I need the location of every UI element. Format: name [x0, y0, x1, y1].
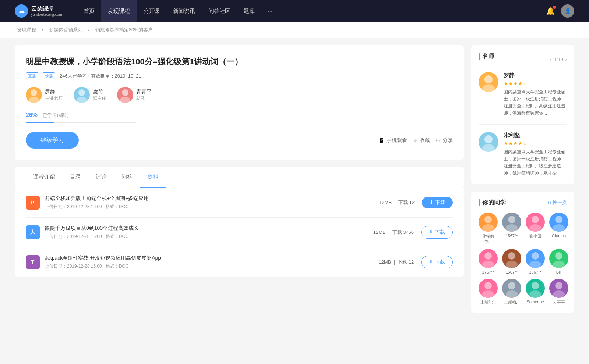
classmate-item[interactable]: Charles	[549, 213, 568, 245]
collect-button[interactable]: ☆ 收藏	[413, 137, 430, 144]
resource-stats: 12MB | 下载 3456	[373, 229, 414, 236]
classmate-avatar	[502, 279, 521, 298]
tab-课程介绍[interactable]: 课程介绍	[26, 167, 63, 188]
share-icon: ⚇	[436, 138, 441, 143]
svg-point-23	[529, 261, 541, 268]
teacher-item: 青青平 助教	[117, 87, 152, 103]
svg-point-15	[529, 224, 541, 232]
nav-item[interactable]: 发现课程	[101, 0, 137, 22]
breadcrumb: 发现课程 / 新媒体营销系列 / 销冠修炼术搞定80%的客户	[0, 22, 589, 38]
badge-live: 直播	[26, 72, 38, 79]
classmate-item[interactable]: 1567**	[502, 213, 521, 245]
logo-text: 云朵课堂 yundouketang.com	[31, 5, 62, 17]
next-page-icon[interactable]: ›	[565, 57, 567, 62]
classmate-item[interactable]: 上新稳...	[502, 279, 521, 305]
classmate-item[interactable]: 上新能...	[479, 279, 498, 305]
classmate-item[interactable]: 张小田	[526, 213, 545, 245]
action-buttons: 📱 手机观看 ☆ 收藏 ⚇ 分享	[378, 137, 453, 144]
classmate-item[interactable]: 云平平	[549, 279, 568, 305]
download-button[interactable]: ⬇ 下载	[422, 197, 453, 208]
mobile-view-button[interactable]: 📱 手机观看	[378, 137, 407, 144]
progress-bar-fill	[26, 122, 54, 123]
classmate-avatar	[526, 249, 545, 268]
breadcrumb-item[interactable]: 新媒体营销系列	[49, 27, 82, 32]
svg-point-5	[120, 97, 130, 103]
svg-point-21	[506, 261, 518, 268]
tab-目录[interactable]: 目录	[63, 167, 88, 188]
download-button[interactable]: ⬇ 下载	[421, 226, 453, 239]
classmates-header: 你的同学 ↻ 换一换	[479, 199, 567, 207]
progress-section: 26% 已学习0课时	[26, 112, 453, 123]
notification-bell[interactable]: 🔔	[546, 7, 555, 15]
teacher-sidebar-info: 罗静 ★★★★☆ 国内某重点大学安全工程专业硕士，国家一级注册消防工程师、注册安…	[504, 72, 567, 117]
share-button[interactable]: ⚇ 分享	[436, 137, 453, 144]
svg-point-27	[482, 290, 494, 298]
user-avatar[interactable]: 👤	[561, 4, 574, 18]
classmate-name: Bill	[556, 270, 562, 274]
classmate-item[interactable]: Someone	[526, 279, 545, 305]
svg-point-8	[484, 135, 493, 143]
resource-type-icon: P	[26, 196, 40, 210]
progress-sub: 已学习0课时	[43, 112, 69, 119]
classmate-item[interactable]: 1567**	[502, 249, 521, 274]
tab-问答[interactable]: 问答	[114, 167, 140, 188]
classmate-item[interactable]: 1767**	[479, 249, 498, 274]
svg-point-16	[555, 216, 562, 223]
teacher-stars: ★★★★☆	[504, 140, 567, 146]
resource-stats: 12MB | 下载 12	[379, 199, 415, 206]
resource-meta: 上传日期：2019-12-28 16:00 格式：DOC	[45, 233, 373, 240]
resource-item: T Jetpack全组件实战 开发短视频应用高仿皮皮虾App 上传日期：2019…	[26, 247, 453, 277]
nav-item[interactable]: 公开课	[137, 0, 166, 22]
svg-point-28	[508, 282, 515, 289]
classmate-name: 1767**	[482, 270, 494, 274]
tab-资料[interactable]: 资料	[140, 167, 166, 188]
classmate-name: 上新能...	[480, 300, 496, 305]
teacher-item: 罗静 主讲老师	[26, 87, 63, 103]
teacher-name: 罗静	[45, 89, 63, 95]
nav-item[interactable]: 首页	[77, 0, 101, 22]
nav-item[interactable]: 题库	[237, 0, 261, 22]
classmate-avatar	[502, 213, 521, 232]
tab-评论[interactable]: 评论	[88, 167, 114, 188]
svg-point-0	[31, 89, 37, 96]
refresh-classmates-button[interactable]: ↻ 换一换	[547, 199, 567, 206]
tabs-section: 课程介绍目录评论问答资料	[15, 167, 464, 188]
classmate-avatar	[479, 249, 498, 268]
teacher-info: 凌荷 班主任	[93, 89, 106, 101]
classmate-item[interactable]: 1867**	[526, 249, 545, 274]
continue-learning-button[interactable]: 继续学习	[26, 132, 79, 149]
teacher-avatar	[117, 87, 133, 103]
svg-point-3	[77, 97, 87, 103]
classmate-avatar	[526, 213, 545, 232]
teacher-sidebar-name: 罗静	[504, 72, 567, 79]
teacher-role: 助教	[136, 95, 152, 101]
classmate-avatar	[549, 213, 568, 232]
classmate-avatar	[479, 213, 498, 232]
progress-bar-bg	[26, 122, 136, 123]
classmates-sidebar-card: 你的同学 ↻ 换一换 化学教书... 1567** 张小田 Charles	[471, 192, 574, 313]
sidebar-teacher-item: 宋利坚 ★★★★☆ 国内某重点大学安全工程专业硕士，国家一级注册消防工程师、注册…	[479, 132, 567, 177]
logo[interactable]: ☁ 云朵课堂 yundouketang.com	[15, 4, 62, 18]
nav-item[interactable]: ···	[261, 0, 279, 22]
course-header-card: 明星中教授课，小学阶段语法100分–强化级第1讲动词（一） 直播 录播 246人…	[15, 45, 464, 160]
teacher-avatar	[26, 87, 42, 103]
teachers-pagination: ‹ 1/10 ›	[550, 57, 567, 62]
resource-meta: 上传日期：2019-12-28 16:00 格式：DOC	[45, 263, 378, 270]
resource-type-icon: 人	[26, 225, 40, 239]
svg-point-2	[78, 89, 85, 96]
classmate-item[interactable]: Bill	[549, 249, 568, 274]
resource-info: Jetpack全组件实战 开发短视频应用高仿皮皮虾App 上传日期：2019-1…	[45, 255, 378, 270]
main-layout: 明星中教授课，小学阶段语法100分–强化级第1讲动词（一） 直播 录播 246人…	[0, 38, 589, 327]
svg-point-17	[553, 224, 565, 232]
nav-item[interactable]: 新闻资讯	[166, 0, 202, 22]
breadcrumb-item: 销冠修炼术搞定80%的客户	[95, 27, 153, 32]
prev-page-icon[interactable]: ‹	[550, 57, 551, 62]
classmate-avatar	[526, 279, 545, 298]
svg-point-20	[508, 252, 515, 260]
classmate-item[interactable]: 化学教书...	[479, 213, 498, 245]
star-icon: ☆	[413, 138, 418, 143]
nav-item[interactable]: 问答社区	[202, 0, 237, 22]
svg-point-25	[553, 261, 565, 268]
breadcrumb-item[interactable]: 发现课程	[17, 27, 36, 32]
download-button[interactable]: ⬇ 下载	[421, 256, 453, 268]
